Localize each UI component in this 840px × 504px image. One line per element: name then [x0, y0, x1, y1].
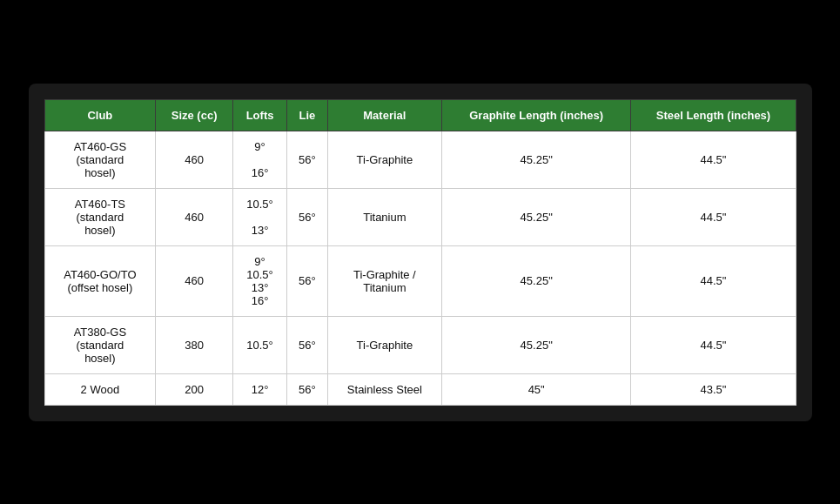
cell-steel_length: 43.5" — [631, 373, 796, 405]
cell-steel_length: 44.5" — [631, 131, 796, 188]
cell-lie: 56° — [287, 373, 328, 405]
cell-material: Ti-Graphite / Titanium — [327, 245, 441, 316]
cell-graphite_length: 45.25" — [441, 188, 631, 245]
table-row: AT460-GS (standard hosel)4609° 16°56°Ti-… — [44, 131, 796, 188]
cell-club: AT460-GS (standard hosel) — [44, 131, 156, 188]
table-header-row: Club Size (cc) Lofts Lie Material Graphi… — [44, 99, 796, 131]
cell-steel_length: 44.5" — [631, 188, 796, 245]
cell-lie: 56° — [287, 188, 328, 245]
cell-material: Ti-Graphite — [327, 131, 441, 188]
cell-lofts: 10.5° — [233, 316, 287, 373]
table-row: AT460-GO/TO (offset hosel)4609° 10.5° 13… — [44, 245, 796, 316]
cell-size: 460 — [156, 188, 233, 245]
cell-material: Stainless Steel — [327, 373, 441, 405]
cell-lie: 56° — [287, 131, 328, 188]
cell-club: AT460-GO/TO (offset hosel) — [44, 245, 156, 316]
cell-lofts: 9° 10.5° 13° 16° — [233, 245, 287, 316]
cell-graphite_length: 45.25" — [441, 316, 631, 373]
header-club: Club — [44, 99, 156, 131]
cell-size: 380 — [156, 316, 233, 373]
table-row: AT380-GS (standard hosel)38010.5°56°Ti-G… — [44, 316, 796, 373]
cell-lofts: 12° — [233, 373, 287, 405]
cell-material: Ti-Graphite — [327, 316, 441, 373]
header-graphite-length: Graphite Length (inches) — [441, 99, 631, 131]
header-lofts: Lofts — [233, 99, 287, 131]
cell-size: 460 — [156, 245, 233, 316]
table-container: Club Size (cc) Lofts Lie Material Graphi… — [29, 84, 812, 421]
cell-material: Titanium — [327, 188, 441, 245]
cell-steel_length: 44.5" — [631, 245, 796, 316]
cell-club: AT380-GS (standard hosel) — [44, 316, 156, 373]
header-steel-length: Steel Length (inches) — [631, 99, 796, 131]
table-row: 2 Wood20012°56°Stainless Steel45"43.5" — [44, 373, 796, 405]
cell-lie: 56° — [287, 316, 328, 373]
header-size: Size (cc) — [156, 99, 233, 131]
header-lie: Lie — [287, 99, 328, 131]
header-material: Material — [327, 99, 441, 131]
cell-steel_length: 44.5" — [631, 316, 796, 373]
cell-graphite_length: 45" — [441, 373, 631, 405]
cell-lie: 56° — [287, 245, 328, 316]
cell-size: 200 — [156, 373, 233, 405]
cell-lofts: 9° 16° — [233, 131, 287, 188]
table-row: AT460-TS (standard hosel)46010.5° 13°56°… — [44, 188, 796, 245]
cell-club: AT460-TS (standard hosel) — [44, 188, 156, 245]
cell-lofts: 10.5° 13° — [233, 188, 287, 245]
cell-club: 2 Wood — [44, 373, 156, 405]
cell-graphite_length: 45.25" — [441, 245, 631, 316]
cell-graphite_length: 45.25" — [441, 131, 631, 188]
specs-table: Club Size (cc) Lofts Lie Material Graphi… — [44, 99, 796, 406]
cell-size: 460 — [156, 131, 233, 188]
